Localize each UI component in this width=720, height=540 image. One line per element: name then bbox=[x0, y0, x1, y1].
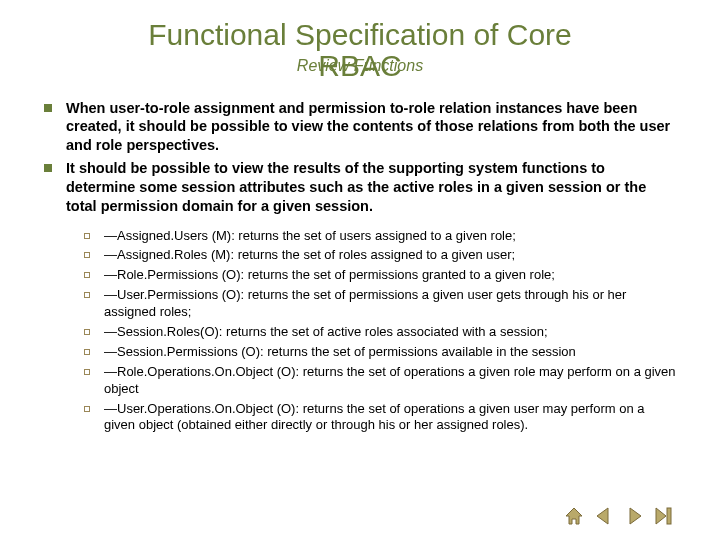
sub-list: —Assigned.Users (M): returns the set of … bbox=[84, 228, 676, 435]
list-item: It should be possible to view the result… bbox=[44, 159, 676, 216]
bullet-icon bbox=[84, 233, 90, 239]
bullet-text: It should be possible to view the result… bbox=[66, 159, 676, 216]
svg-marker-2 bbox=[630, 508, 641, 524]
bullet-icon bbox=[44, 164, 52, 172]
bullet-text: —User.Operations.On.Object (O): returns … bbox=[104, 401, 676, 435]
subtitle-wrap: RBAC Review Functions bbox=[40, 55, 680, 85]
content-body: When user-to-role assignment and permiss… bbox=[40, 99, 680, 435]
bullet-icon bbox=[44, 104, 52, 112]
prev-button[interactable] bbox=[594, 506, 614, 526]
bullet-text: —Role.Operations.On.Object (O): returns … bbox=[104, 364, 676, 398]
bullet-text: —Assigned.Users (M): returns the set of … bbox=[104, 228, 516, 245]
svg-marker-0 bbox=[566, 508, 582, 524]
bullet-icon bbox=[84, 272, 90, 278]
last-icon bbox=[654, 506, 674, 526]
bullet-text: —Session.Roles(O): returns the set of ac… bbox=[104, 324, 548, 341]
slide: Functional Specification of Core RBAC Re… bbox=[0, 0, 720, 540]
slide-title: Functional Specification of Core bbox=[40, 18, 680, 53]
svg-marker-3 bbox=[656, 508, 666, 524]
next-button[interactable] bbox=[624, 506, 644, 526]
list-item: —Role.Operations.On.Object (O): returns … bbox=[84, 364, 676, 398]
list-item: —User.Permissions (O): returns the set o… bbox=[84, 287, 676, 321]
bullet-text: —Assigned.Roles (M): returns the set of … bbox=[104, 247, 515, 264]
bullet-text: When user-to-role assignment and permiss… bbox=[66, 99, 676, 156]
bullet-text: —Session.Permissions (O): returns the se… bbox=[104, 344, 576, 361]
svg-marker-1 bbox=[597, 508, 608, 524]
svg-rect-4 bbox=[667, 508, 671, 524]
bullet-text: —User.Permissions (O): returns the set o… bbox=[104, 287, 676, 321]
bullet-icon bbox=[84, 292, 90, 298]
bullet-text: —Role.Permissions (O): returns the set o… bbox=[104, 267, 555, 284]
bullet-icon bbox=[84, 329, 90, 335]
next-icon bbox=[624, 506, 644, 526]
bullet-icon bbox=[84, 252, 90, 258]
list-item: —Role.Permissions (O): returns the set o… bbox=[84, 267, 676, 284]
bullet-icon bbox=[84, 349, 90, 355]
list-item: —Assigned.Roles (M): returns the set of … bbox=[84, 247, 676, 264]
nav-controls bbox=[564, 506, 674, 526]
home-icon bbox=[564, 506, 584, 526]
list-item: —Session.Permissions (O): returns the se… bbox=[84, 344, 676, 361]
home-button[interactable] bbox=[564, 506, 584, 526]
list-item: —User.Operations.On.Object (O): returns … bbox=[84, 401, 676, 435]
subtitle-review: Review Functions bbox=[40, 57, 680, 75]
list-item: —Assigned.Users (M): returns the set of … bbox=[84, 228, 676, 245]
bullet-icon bbox=[84, 406, 90, 412]
bullet-icon bbox=[84, 369, 90, 375]
list-item: —Session.Roles(O): returns the set of ac… bbox=[84, 324, 676, 341]
prev-icon bbox=[594, 506, 614, 526]
list-item: When user-to-role assignment and permiss… bbox=[44, 99, 676, 156]
last-button[interactable] bbox=[654, 506, 674, 526]
